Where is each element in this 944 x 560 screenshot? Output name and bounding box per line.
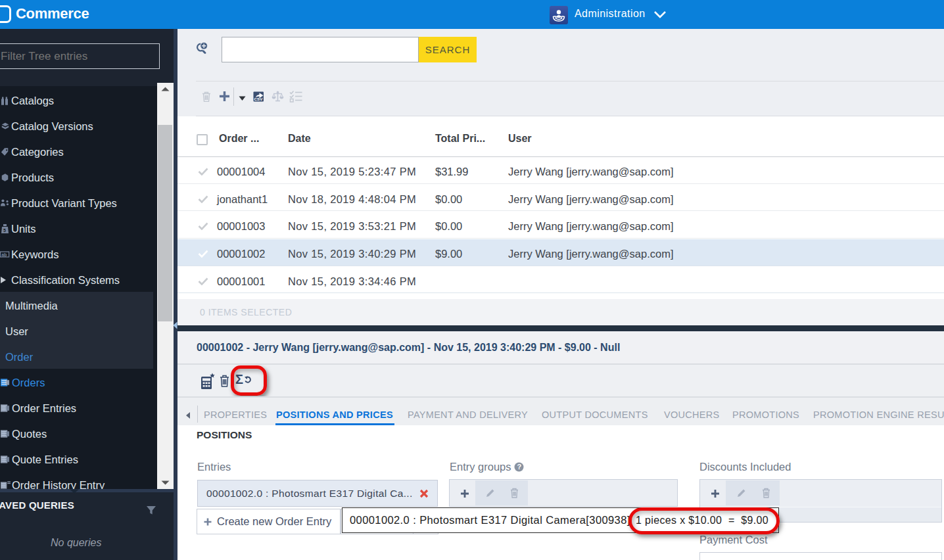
svg-text:5: 5 xyxy=(3,228,6,233)
svg-text:CSV: CSV xyxy=(254,97,264,101)
svg-text:?: ? xyxy=(517,463,521,471)
svg-text:ab: ab xyxy=(1,252,7,257)
